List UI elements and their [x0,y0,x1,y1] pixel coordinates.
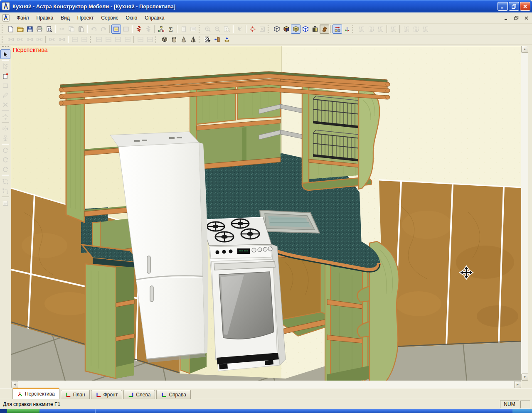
sketch-button[interactable] [0,90,10,100]
space-horizontal-button[interactable] [47,35,57,44]
rotate-free-button[interactable] [0,145,10,155]
match-width-button[interactable] [70,35,79,44]
structure-tree-button[interactable] [156,25,166,34]
rotate-ccw-button[interactable] [0,165,10,174]
align-left-button[interactable] [389,25,398,34]
print-preview-button[interactable] [44,25,54,34]
group-button[interactable] [0,177,10,186]
primitive-cone-button[interactable] [179,35,188,44]
door-tool-button[interactable] [212,35,222,44]
select-button[interactable] [0,49,10,59]
redo-button[interactable] [99,25,108,34]
view-shaded-button[interactable] [281,25,291,34]
primitive-pyramid-button[interactable] [188,35,198,44]
scroll-right-button[interactable]: ► [514,381,521,388]
align-center-button[interactable] [401,25,411,34]
edit-points-button[interactable] [0,61,10,71]
view-tab-4[interactable]: Справа [156,390,190,399]
ungroup-button[interactable] [0,186,10,196]
align-both-button[interactable] [421,25,430,34]
view-wireframe-button[interactable] [272,25,281,34]
restore-button[interactable] [509,2,519,11]
mdi-close-button[interactable] [522,14,531,22]
center-target-button[interactable] [248,25,257,34]
distribute-right-button[interactable] [25,35,34,44]
menu-item-0[interactable]: Файл [13,14,33,22]
view-transparent-button[interactable] [300,25,310,34]
rotate-cw-button[interactable] [0,155,10,165]
space-vertical-button[interactable] [57,35,66,44]
distribute-left-button[interactable] [6,35,15,44]
snap-left-button[interactable] [113,35,123,44]
totals-button[interactable] [166,25,175,34]
open-button[interactable] [15,25,25,34]
paste-button[interactable] [76,25,86,34]
texture-fill-button[interactable] [111,25,121,34]
report-portrait-button[interactable] [179,25,188,34]
cut-button[interactable] [57,25,66,34]
palette-grip[interactable] [2,46,9,49]
properties-button[interactable] [0,198,10,208]
toolbar-grip[interactable] [2,25,4,33]
fastener-button[interactable] [134,25,143,34]
menu-item-3[interactable]: Проект [74,14,98,22]
primitive-cylinder-button[interactable] [169,35,179,44]
scroll-down-button[interactable]: ▼ [521,374,528,381]
scroll-up-button[interactable]: ▲ [521,46,528,53]
mirror-h-button[interactable] [0,124,10,133]
viewport-3d[interactable]: Перспектива [11,46,521,381]
report-landscape-button[interactable] [188,25,198,34]
primitive-box-button[interactable] [160,35,169,44]
snap-top-button[interactable] [94,35,103,44]
new-button[interactable] [6,25,15,34]
fit-centered-button[interactable] [145,35,155,44]
fit-opening-button[interactable] [135,35,145,44]
target-off-button[interactable] [257,25,267,34]
snap-bottom-button[interactable] [103,35,113,44]
view-tab-3[interactable]: Слева [123,390,155,399]
toolbar-grip[interactable] [268,25,270,33]
view-tab-1[interactable]: План [61,390,90,399]
floor-tool-button[interactable] [222,35,232,44]
erase-button[interactable] [0,100,10,109]
toolbar-grip[interactable] [199,25,201,33]
horizontal-scrollbar[interactable]: ◄ ► [11,381,521,388]
match-height-button[interactable] [79,35,89,44]
mdi-restore-button[interactable] [512,14,521,22]
zoom-out-button[interactable] [212,25,222,34]
toolbar-grip[interactable] [155,36,158,43]
mdi-minimize-button[interactable] [502,14,511,22]
distribute-h-button[interactable] [34,35,44,44]
show-axes-button[interactable] [342,25,352,34]
view-tab-2[interactable]: Фронт [91,390,123,399]
copy-button[interactable] [66,25,76,34]
toolbar-grip[interactable] [352,25,355,33]
close-button[interactable] [520,2,530,11]
menu-item-6[interactable]: Справка [141,14,168,22]
panel-mode-button[interactable] [320,25,329,34]
menu-item-4[interactable]: Сервис [97,14,122,22]
zoom-all-button[interactable] [222,25,232,34]
distribute-center-button[interactable] [15,35,25,44]
walls-tool-button[interactable] [203,35,212,44]
move-button[interactable] [0,112,10,121]
toolbar-grip[interactable] [90,36,92,43]
show-dimensions-button[interactable] [332,25,342,34]
view-textured-button[interactable] [291,25,300,34]
zoom-in-button[interactable] [203,25,212,34]
toolbar-grip[interactable] [199,36,201,43]
save-button[interactable] [25,25,34,34]
menu-item-2[interactable]: Вид [57,14,74,22]
menu-item-5[interactable]: Окно [122,14,141,22]
scroll-left-button[interactable]: ◄ [11,381,18,388]
view-tab-0[interactable]: Перспектива [12,388,59,399]
undo-button[interactable] [89,25,99,34]
fastener-edit-button[interactable] [143,25,153,34]
texture-clear-button[interactable] [121,25,131,34]
minimize-button[interactable] [498,2,508,11]
print-button[interactable] [34,25,44,34]
snap-right-button[interactable] [123,35,132,44]
align-middle-button[interactable] [366,25,376,34]
new-rect-button[interactable] [0,81,10,90]
pick-view-button[interactable] [235,25,244,34]
